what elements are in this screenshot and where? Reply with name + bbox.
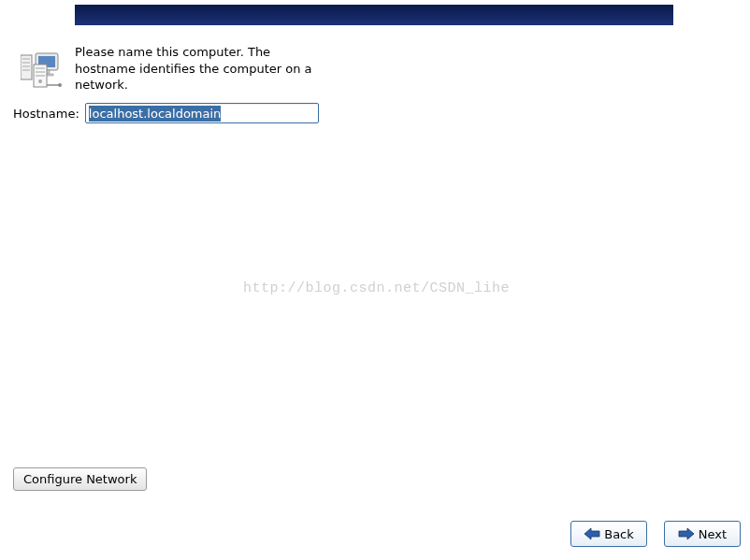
svg-point-15 (58, 83, 62, 87)
hostname-input[interactable]: localhost.localdomain (85, 103, 319, 123)
arrow-left-icon (584, 527, 600, 540)
svg-point-13 (38, 79, 42, 83)
hostname-description: Please name this computer. The hostname … (75, 44, 318, 93)
svg-rect-2 (22, 62, 30, 64)
back-button[interactable]: Back (570, 521, 647, 547)
header-banner (75, 5, 673, 25)
svg-rect-4 (22, 69, 30, 71)
hostname-label: Hostname: (13, 107, 79, 121)
watermark-text: http://blog.csdn.net/CSDN_lihe (243, 280, 510, 296)
svg-rect-12 (36, 75, 45, 77)
arrow-right-icon (678, 527, 695, 540)
computer-network-icon (21, 51, 65, 91)
description-row: Please name this computer. The hostname … (21, 44, 318, 93)
next-button[interactable]: Next (664, 521, 741, 547)
navigation-buttons: Back Next (570, 521, 741, 547)
back-button-label: Back (604, 527, 634, 541)
next-button-label: Next (699, 527, 727, 541)
hostname-value-selected: localhost.localdomain (89, 106, 221, 122)
svg-rect-10 (36, 67, 45, 69)
svg-rect-1 (22, 58, 30, 60)
configure-network-button[interactable]: Configure Network (13, 467, 147, 491)
svg-rect-11 (36, 71, 45, 73)
hostname-field-row: Hostname: localhost.localdomain (13, 103, 319, 123)
svg-rect-3 (22, 65, 30, 67)
